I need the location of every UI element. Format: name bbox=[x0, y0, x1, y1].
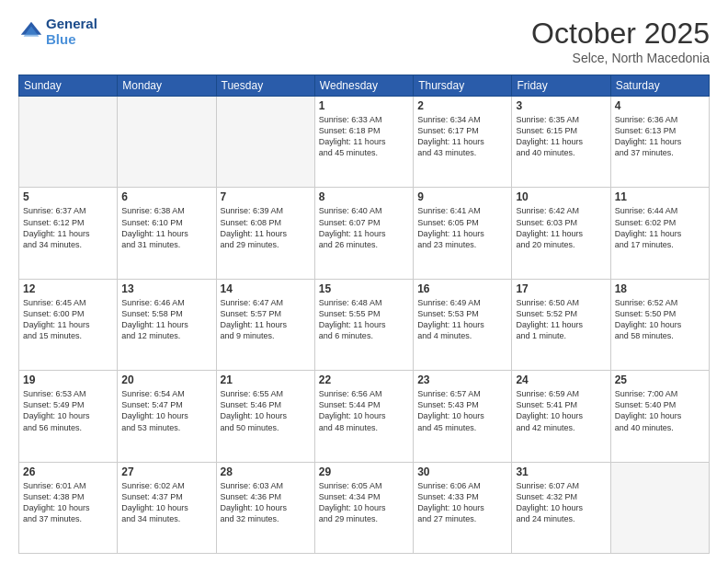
calendar-cell: 7Sunrise: 6:39 AM Sunset: 6:08 PM Daylig… bbox=[216, 188, 314, 279]
day-number: 31 bbox=[516, 465, 606, 478]
logo-general: General bbox=[46, 17, 97, 32]
cell-info: Sunrise: 6:49 AM Sunset: 5:53 PM Dayligh… bbox=[417, 297, 507, 342]
day-header-wednesday: Wednesday bbox=[314, 75, 413, 97]
calendar-cell: 11Sunrise: 6:44 AM Sunset: 6:02 PM Dayli… bbox=[610, 188, 709, 279]
month-title: October 2025 bbox=[531, 17, 710, 51]
cell-info: Sunrise: 6:48 AM Sunset: 5:55 PM Dayligh… bbox=[319, 297, 409, 342]
calendar-cell: 29Sunrise: 6:05 AM Sunset: 4:34 PM Dayli… bbox=[314, 462, 413, 553]
day-number: 19 bbox=[23, 373, 113, 386]
cell-info: Sunrise: 6:06 AM Sunset: 4:33 PM Dayligh… bbox=[417, 480, 507, 525]
page: General Blue October 2025 Selce, North M… bbox=[0, 0, 728, 563]
day-number: 2 bbox=[417, 99, 507, 112]
calendar-cell: 13Sunrise: 6:46 AM Sunset: 5:58 PM Dayli… bbox=[118, 279, 216, 370]
logo-icon bbox=[18, 19, 44, 45]
calendar-cell: 12Sunrise: 6:45 AM Sunset: 6:00 PM Dayli… bbox=[19, 279, 118, 370]
calendar-cell: 24Sunrise: 6:59 AM Sunset: 5:41 PM Dayli… bbox=[512, 371, 610, 462]
calendar-cell: 2Sunrise: 6:34 AM Sunset: 6:17 PM Daylig… bbox=[414, 97, 512, 188]
calendar-cell bbox=[610, 462, 709, 553]
calendar-cell: 1Sunrise: 6:33 AM Sunset: 6:18 PM Daylig… bbox=[314, 97, 413, 188]
day-number: 21 bbox=[221, 373, 311, 386]
cell-info: Sunrise: 6:05 AM Sunset: 4:34 PM Dayligh… bbox=[319, 480, 409, 525]
day-number: 12 bbox=[23, 282, 113, 295]
calendar-cell: 31Sunrise: 6:07 AM Sunset: 4:32 PM Dayli… bbox=[512, 462, 610, 553]
cell-info: Sunrise: 6:44 AM Sunset: 6:02 PM Dayligh… bbox=[615, 205, 705, 250]
calendar-cell bbox=[118, 97, 216, 188]
cell-info: Sunrise: 6:07 AM Sunset: 4:32 PM Dayligh… bbox=[516, 480, 606, 525]
day-header-monday: Monday bbox=[118, 75, 216, 97]
calendar-cell: 20Sunrise: 6:54 AM Sunset: 5:47 PM Dayli… bbox=[118, 371, 216, 462]
cell-info: Sunrise: 6:40 AM Sunset: 6:07 PM Dayligh… bbox=[319, 205, 409, 250]
calendar-cell: 14Sunrise: 6:47 AM Sunset: 5:57 PM Dayli… bbox=[216, 279, 314, 370]
calendar-cell: 18Sunrise: 6:52 AM Sunset: 5:50 PM Dayli… bbox=[610, 279, 709, 370]
calendar-cell: 10Sunrise: 6:42 AM Sunset: 6:03 PM Dayli… bbox=[512, 188, 610, 279]
day-number: 24 bbox=[516, 373, 606, 386]
cell-info: Sunrise: 6:54 AM Sunset: 5:47 PM Dayligh… bbox=[121, 388, 211, 433]
day-number: 16 bbox=[417, 282, 507, 295]
day-number: 8 bbox=[319, 190, 409, 203]
calendar-cell: 30Sunrise: 6:06 AM Sunset: 4:33 PM Dayli… bbox=[414, 462, 512, 553]
calendar-cell: 9Sunrise: 6:41 AM Sunset: 6:05 PM Daylig… bbox=[414, 188, 512, 279]
title-block: October 2025 Selce, North Macedonia bbox=[531, 17, 710, 65]
cell-info: Sunrise: 6:34 AM Sunset: 6:17 PM Dayligh… bbox=[417, 114, 507, 159]
calendar-cell: 26Sunrise: 6:01 AM Sunset: 4:38 PM Dayli… bbox=[19, 462, 118, 553]
calendar-cell: 17Sunrise: 6:50 AM Sunset: 5:52 PM Dayli… bbox=[512, 279, 610, 370]
day-number: 3 bbox=[516, 99, 606, 112]
logo-blue: Blue bbox=[46, 32, 97, 48]
cell-info: Sunrise: 6:42 AM Sunset: 6:03 PM Dayligh… bbox=[516, 205, 606, 250]
day-number: 27 bbox=[121, 465, 211, 478]
cell-info: Sunrise: 6:35 AM Sunset: 6:15 PM Dayligh… bbox=[516, 114, 606, 159]
cell-info: Sunrise: 6:37 AM Sunset: 6:12 PM Dayligh… bbox=[23, 205, 113, 250]
day-number: 10 bbox=[516, 190, 606, 203]
cell-info: Sunrise: 6:03 AM Sunset: 4:36 PM Dayligh… bbox=[221, 480, 311, 525]
day-number: 7 bbox=[221, 190, 311, 203]
cell-info: Sunrise: 6:47 AM Sunset: 5:57 PM Dayligh… bbox=[221, 297, 311, 342]
day-number: 18 bbox=[615, 282, 705, 295]
cell-info: Sunrise: 6:36 AM Sunset: 6:13 PM Dayligh… bbox=[615, 114, 705, 159]
calendar: SundayMondayTuesdayWednesdayThursdayFrid… bbox=[18, 75, 710, 554]
calendar-cell bbox=[216, 97, 314, 188]
calendar-cell: 6Sunrise: 6:38 AM Sunset: 6:10 PM Daylig… bbox=[118, 188, 216, 279]
day-number: 1 bbox=[319, 99, 409, 112]
calendar-cell: 15Sunrise: 6:48 AM Sunset: 5:55 PM Dayli… bbox=[314, 279, 413, 370]
day-number: 30 bbox=[417, 465, 507, 478]
calendar-week-1: 1Sunrise: 6:33 AM Sunset: 6:18 PM Daylig… bbox=[19, 97, 710, 188]
calendar-header-row: SundayMondayTuesdayWednesdayThursdayFrid… bbox=[19, 75, 710, 97]
day-number: 20 bbox=[121, 373, 211, 386]
day-header-sunday: Sunday bbox=[19, 75, 118, 97]
day-number: 13 bbox=[121, 282, 211, 295]
day-number: 22 bbox=[319, 373, 409, 386]
cell-info: Sunrise: 6:50 AM Sunset: 5:52 PM Dayligh… bbox=[516, 297, 606, 342]
calendar-cell: 16Sunrise: 6:49 AM Sunset: 5:53 PM Dayli… bbox=[414, 279, 512, 370]
calendar-cell: 21Sunrise: 6:55 AM Sunset: 5:46 PM Dayli… bbox=[216, 371, 314, 462]
calendar-cell bbox=[19, 97, 118, 188]
cell-info: Sunrise: 6:53 AM Sunset: 5:49 PM Dayligh… bbox=[23, 388, 113, 433]
cell-info: Sunrise: 6:46 AM Sunset: 5:58 PM Dayligh… bbox=[121, 297, 211, 342]
calendar-cell: 19Sunrise: 6:53 AM Sunset: 5:49 PM Dayli… bbox=[19, 371, 118, 462]
day-number: 29 bbox=[319, 465, 409, 478]
day-header-thursday: Thursday bbox=[414, 75, 512, 97]
cell-info: Sunrise: 6:56 AM Sunset: 5:44 PM Dayligh… bbox=[319, 388, 409, 433]
day-number: 26 bbox=[23, 465, 113, 478]
cell-info: Sunrise: 6:38 AM Sunset: 6:10 PM Dayligh… bbox=[121, 205, 211, 250]
header: General Blue October 2025 Selce, North M… bbox=[18, 17, 710, 65]
calendar-cell: 23Sunrise: 6:57 AM Sunset: 5:43 PM Dayli… bbox=[414, 371, 512, 462]
day-number: 23 bbox=[417, 373, 507, 386]
logo: General Blue bbox=[18, 17, 97, 47]
day-number: 4 bbox=[615, 99, 705, 112]
day-header-saturday: Saturday bbox=[610, 75, 709, 97]
day-number: 11 bbox=[615, 190, 705, 203]
calendar-week-2: 5Sunrise: 6:37 AM Sunset: 6:12 PM Daylig… bbox=[19, 188, 710, 279]
cell-info: Sunrise: 6:02 AM Sunset: 4:37 PM Dayligh… bbox=[121, 480, 211, 525]
day-number: 15 bbox=[319, 282, 409, 295]
calendar-cell: 25Sunrise: 7:00 AM Sunset: 5:40 PM Dayli… bbox=[610, 371, 709, 462]
day-number: 6 bbox=[121, 190, 211, 203]
location: Selce, North Macedonia bbox=[531, 51, 710, 65]
calendar-cell: 8Sunrise: 6:40 AM Sunset: 6:07 PM Daylig… bbox=[314, 188, 413, 279]
cell-info: Sunrise: 6:57 AM Sunset: 5:43 PM Dayligh… bbox=[417, 388, 507, 433]
day-number: 5 bbox=[23, 190, 113, 203]
calendar-week-4: 19Sunrise: 6:53 AM Sunset: 5:49 PM Dayli… bbox=[19, 371, 710, 462]
cell-info: Sunrise: 6:55 AM Sunset: 5:46 PM Dayligh… bbox=[221, 388, 311, 433]
calendar-week-3: 12Sunrise: 6:45 AM Sunset: 6:00 PM Dayli… bbox=[19, 279, 710, 370]
cell-info: Sunrise: 6:33 AM Sunset: 6:18 PM Dayligh… bbox=[319, 114, 409, 159]
day-header-tuesday: Tuesday bbox=[216, 75, 314, 97]
